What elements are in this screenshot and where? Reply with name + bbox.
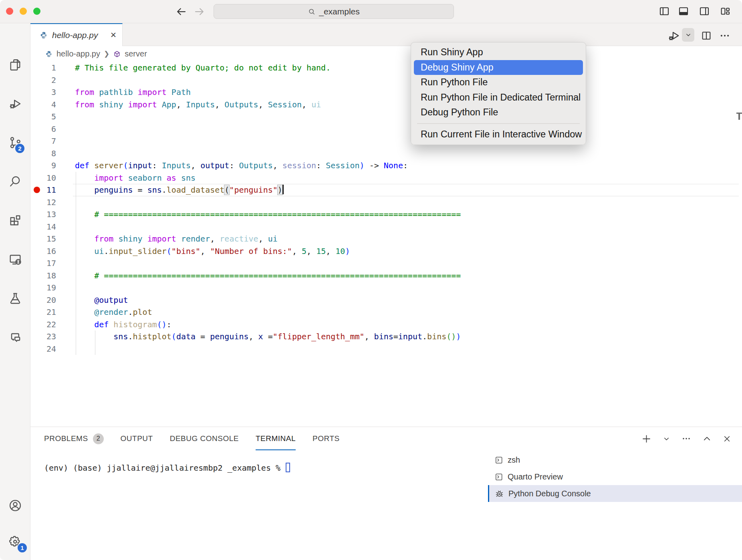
line-number: 7 (30, 135, 56, 147)
extensions-icon[interactable] (8, 213, 22, 228)
code-line[interactable]: 15 from shiny import render, reactive, u… (30, 233, 742, 245)
vscode-window: { "titlebar": { "search_text": "_example… (0, 0, 742, 560)
code-line[interactable]: 8 (30, 147, 742, 160)
comments-icon[interactable] (8, 330, 22, 344)
python-file-icon (45, 50, 53, 58)
line-number: 6 (30, 123, 56, 135)
line-number: 12 (30, 196, 56, 209)
line-number: 10 (30, 172, 56, 184)
remote-explorer-icon[interactable] (8, 252, 22, 266)
terminal-icon (494, 472, 504, 481)
code-line[interactable]: 24 (30, 343, 742, 355)
terminal-list-item-python-debug-console[interactable]: Python Debug Console (488, 485, 742, 502)
code-line[interactable]: 2 (30, 74, 742, 87)
terminal-list-label: zsh (508, 455, 520, 465)
menu-item-run-python-file[interactable]: Run Python File (411, 75, 586, 90)
editor-tab-bar: hello-app.py ✕ (30, 23, 742, 46)
tab-hello-app-py[interactable]: hello-app.py ✕ (30, 23, 123, 46)
menu-item-debug-python-file[interactable]: Debug Python File (411, 105, 586, 120)
forward-arrow-button[interactable] (194, 6, 206, 18)
menu-item-run-python-file-in-dedicated-terminal[interactable]: Run Python File in Dedicated Terminal (411, 90, 586, 105)
account-icon[interactable] (8, 498, 22, 513)
run-debug-file-button[interactable] (667, 28, 681, 43)
run-debug-icon[interactable] (8, 97, 22, 111)
panel-actions (641, 427, 732, 450)
panel-tab-terminal[interactable]: TERMINAL (256, 427, 296, 450)
zoom-window-button[interactable] (33, 8, 40, 15)
command-center-search[interactable]: _examples (214, 4, 454, 19)
terminal-list-item-zsh[interactable]: zsh (488, 451, 742, 468)
code-line[interactable]: 17 (30, 257, 742, 270)
editor-more-actions-icon[interactable] (719, 30, 731, 42)
explorer-icon[interactable] (8, 58, 22, 72)
line-number: 15 (30, 233, 56, 245)
code-line[interactable]: 16 ui.input_slider("bins", "Number of bi… (30, 245, 742, 258)
breadcrumb-symbol[interactable]: server (125, 49, 147, 58)
run-dropdown-menu: Run Shiny AppDebug Shiny AppRun Python F… (411, 42, 586, 145)
tab-label: hello-app.py (52, 30, 106, 40)
panel-tab-debug-console[interactable]: DEBUG CONSOLE (170, 427, 239, 450)
code-line[interactable]: 11 penguins = sns.load_dataset("penguins… (30, 184, 742, 196)
new-terminal-icon[interactable] (641, 433, 652, 444)
breadcrumb[interactable]: hello-app.py ❯ server (30, 46, 742, 62)
close-panel-icon[interactable] (722, 434, 732, 443)
python-file-icon (39, 31, 48, 40)
terminal-profile-chevron-icon[interactable] (663, 435, 670, 443)
panel-tab-label: OUTPUT (121, 434, 153, 443)
code-line[interactable]: 21 @render.plot (30, 306, 742, 318)
line-number: 16 (30, 245, 56, 258)
code-line[interactable]: 14 (30, 221, 742, 233)
menu-item-debug-shiny-app[interactable]: Debug Shiny App (414, 60, 583, 75)
panel-tab-problems[interactable]: PROBLEMS2 (44, 427, 104, 450)
overview-ruler-marker (738, 113, 740, 120)
code-line[interactable]: 13 # ===================================… (30, 208, 742, 221)
code-line[interactable]: 3from pathlib import Path (30, 86, 742, 99)
code-line[interactable]: 23 sns.histplot(data = penguins, x ="fli… (30, 330, 742, 343)
toggle-secondary-sidebar-icon[interactable] (698, 5, 710, 17)
panel-tabs: PROBLEMS2OUTPUTDEBUG CONSOLETERMINALPORT… (44, 427, 340, 450)
toggle-primary-sidebar-icon[interactable] (658, 5, 670, 17)
split-editor-icon[interactable] (700, 30, 712, 42)
terminal-list-label: Quarto Preview (508, 472, 563, 481)
code-line[interactable]: 18 # ===================================… (30, 270, 742, 282)
debug-console-icon (494, 489, 504, 499)
code-line[interactable]: 9def server(input: Inputs, output: Outpu… (30, 159, 742, 172)
code-line[interactable]: 20 @output (30, 294, 742, 306)
code-line[interactable]: 12 (30, 196, 742, 209)
close-window-button[interactable] (6, 8, 13, 15)
code-line[interactable]: 1# This file generated by Quarto; do not… (30, 62, 742, 74)
code-line[interactable]: 19 (30, 282, 742, 294)
testing-icon[interactable] (8, 291, 22, 305)
terminal-output[interactable]: (env) (base) jjallaire@jjallairesmbp2 _e… (44, 463, 290, 473)
minimize-window-button[interactable] (20, 8, 27, 15)
search-sidebar-icon[interactable] (8, 174, 22, 189)
run-dropdown-button[interactable] (682, 28, 694, 42)
titlebar: _examples (0, 0, 742, 23)
breadcrumb-file[interactable]: hello-app.py (56, 49, 100, 58)
code-line[interactable]: 10 import seaborn as sns (30, 172, 742, 184)
terminal-list-item-quarto-preview[interactable]: Quarto Preview (488, 468, 742, 485)
code-region: 1# This file generated by Quarto; do not… (30, 62, 742, 355)
line-number: 22 (30, 318, 56, 331)
line-number: 14 (30, 221, 56, 233)
panel-tab-label: DEBUG CONSOLE (170, 434, 239, 443)
panel-tab-output[interactable]: OUTPUT (121, 427, 153, 450)
tab-close-icon[interactable]: ✕ (110, 30, 117, 40)
back-arrow-button[interactable] (175, 6, 187, 18)
toggle-panel-icon[interactable] (677, 5, 690, 17)
settings-badge: 1 (17, 542, 28, 553)
panel-more-actions-icon[interactable] (681, 433, 692, 444)
text-cursor (282, 185, 284, 194)
maximize-panel-icon[interactable] (702, 434, 712, 443)
code-line[interactable]: 6 (30, 123, 742, 135)
code-line[interactable]: 5 (30, 111, 742, 123)
code-line[interactable]: 22 def histogram(): (30, 318, 742, 331)
menu-item-run-shiny-app[interactable]: Run Shiny App (411, 45, 586, 60)
code-line[interactable]: 4from shiny import App, Inputs, Outputs,… (30, 99, 742, 111)
customize-layout-icon[interactable] (719, 5, 731, 17)
search-text: _examples (319, 7, 360, 16)
menu-item-run-current-file-in-interactive-window[interactable]: Run Current File in Interactive Window (411, 127, 586, 142)
panel-tab-ports[interactable]: PORTS (313, 427, 340, 450)
line-number: 13 (30, 208, 56, 221)
code-line[interactable]: 7 (30, 135, 742, 147)
